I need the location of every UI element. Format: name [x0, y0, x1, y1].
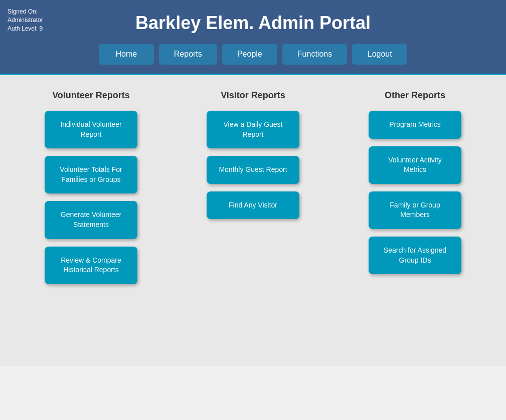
- signed-on-label: Signed On:: [8, 8, 38, 15]
- report-button-find-any-visitor[interactable]: Find Any Visitor: [207, 191, 299, 220]
- section-title-volunteer-reports: Volunteer Reports: [52, 90, 130, 101]
- nav-button-people[interactable]: People: [222, 44, 277, 65]
- reports-grid: Volunteer ReportsIndividual Volunteer Re…: [15, 90, 491, 284]
- report-button-volunteer-activity-metrics[interactable]: Volunteer Activity Metrics: [369, 146, 461, 184]
- section-title-other-reports: Other Reports: [385, 90, 445, 101]
- report-button-individual-volunteer-report[interactable]: Individual Volunteer Report: [45, 111, 137, 148]
- report-button-volunteer-totals-families[interactable]: Volunteer Totals For Families or Groups: [45, 156, 137, 193]
- nav-button-home[interactable]: Home: [99, 44, 154, 65]
- header: Signed On: Administrator Auth Level: 9 B…: [0, 0, 506, 44]
- nav-button-logout[interactable]: Logout: [352, 44, 407, 65]
- report-buttons-visitor-reports: View a Daily Guest ReportMonthly Guest R…: [177, 111, 329, 219]
- section-volunteer-reports: Volunteer ReportsIndividual Volunteer Re…: [15, 90, 167, 284]
- section-other-reports: Other ReportsProgram MetricsVolunteer Ac…: [339, 90, 491, 284]
- nav-button-reports[interactable]: Reports: [159, 44, 217, 65]
- report-button-family-group-members[interactable]: Family or Group Members: [369, 191, 461, 229]
- nav-bar: HomeReportsPeopleFunctionsLogout: [0, 44, 506, 74]
- page-title: Barkley Elem. Admin Portal: [10, 8, 496, 36]
- report-button-program-metrics[interactable]: Program Metrics: [369, 111, 461, 139]
- header-info: Signed On: Administrator Auth Level: 9: [8, 8, 43, 33]
- report-button-monthly-guest-report[interactable]: Monthly Guest Report: [207, 156, 299, 184]
- section-visitor-reports: Visitor ReportsView a Daily Guest Report…: [177, 90, 329, 284]
- content-area: Volunteer ReportsIndividual Volunteer Re…: [0, 75, 506, 366]
- section-title-visitor-reports: Visitor Reports: [221, 90, 285, 101]
- report-button-generate-volunteer-statements[interactable]: Generate Volunteer Statements: [45, 201, 137, 239]
- user-name: Administrator: [8, 17, 43, 24]
- report-button-search-assigned-group-ids[interactable]: Search for Assigned Group IDs: [369, 237, 461, 274]
- auth-level: Auth Level: 9: [8, 25, 43, 32]
- report-buttons-other-reports: Program MetricsVolunteer Activity Metric…: [339, 111, 491, 274]
- report-buttons-volunteer-reports: Individual Volunteer ReportVolunteer Tot…: [15, 111, 167, 284]
- nav-button-functions[interactable]: Functions: [282, 44, 347, 65]
- report-button-view-daily-guest-report[interactable]: View a Daily Guest Report: [207, 111, 299, 148]
- report-button-review-compare-historical[interactable]: Review & Compare Historical Reports: [45, 247, 137, 284]
